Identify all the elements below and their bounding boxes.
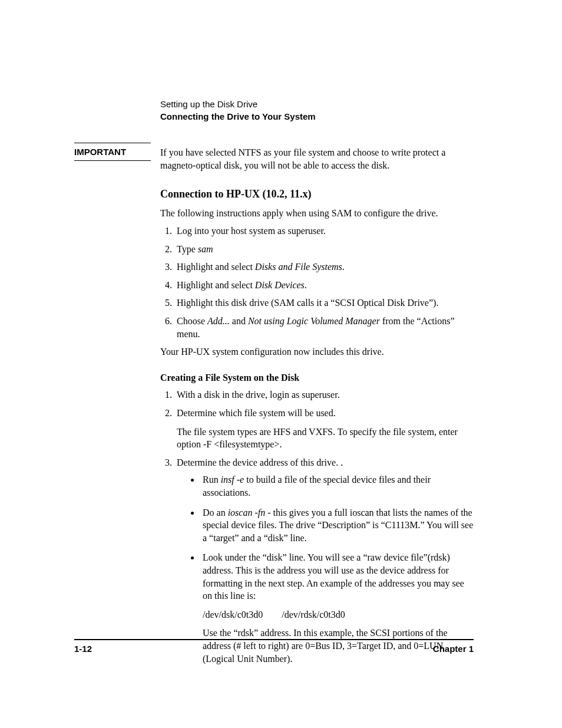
page: Setting up the Disk Drive Connecting the… [0, 0, 562, 665]
step-text: . [305, 280, 307, 290]
list-item: Type sam [174, 243, 474, 256]
step-text: . [342, 262, 345, 272]
emphasis: Disks and File Systems [255, 262, 342, 272]
intro-paragraph: The following instructions apply when us… [160, 207, 474, 220]
step-text: Type [177, 244, 198, 254]
important-text: If you have selected NTFS as your file s… [160, 143, 474, 172]
bullet-text: Run [203, 475, 221, 485]
emphasis: sam [198, 244, 213, 254]
list-item: Highlight this disk drive (SAM calls it … [174, 297, 474, 309]
running-header: Setting up the Disk Drive Connecting the… [160, 99, 474, 121]
heading-connection: Connection to HP-UX (10.2, 11.x) [160, 187, 474, 201]
emphasis: Not using Logic Volumed Manager [248, 316, 380, 326]
step-subtext: The file system types are HFS and VXFS. … [177, 426, 474, 451]
closing-paragraph: Your HP-UX system configuration now incl… [160, 345, 474, 358]
important-note: IMPORTANT If you have selected NTFS as y… [74, 143, 474, 172]
list-item: Log into your host system as superuser. [174, 225, 474, 238]
step-text: Determine which file system will be used… [177, 408, 336, 418]
important-label-cell: IMPORTANT [74, 143, 160, 161]
section-title: Connecting the Drive to Your System [160, 111, 474, 121]
step-text: Highlight and select [177, 280, 255, 290]
step-text: and [230, 316, 248, 326]
connection-steps: Log into your host system as superuser. … [160, 225, 474, 340]
step-text: With a disk in the drive, login as super… [177, 390, 340, 400]
list-item: With a disk in the drive, login as super… [174, 388, 474, 401]
emphasis: Add... [207, 316, 230, 326]
important-label: IMPORTANT [74, 143, 151, 161]
chapter-label: Chapter 1 [433, 644, 474, 654]
step-text: Determine the device address of this dri… [177, 457, 343, 467]
emphasis: Disk Devices [255, 280, 305, 290]
list-item: Highlight and select Disk Devices. [174, 279, 474, 292]
list-item: Do an ioscan -fn - this gives you a full… [200, 506, 474, 545]
emphasis: ioscan -fn [228, 508, 266, 518]
footer-rule: 1-12 Chapter 1 [74, 639, 474, 654]
list-item: Choose Add... and Not using Logic Volume… [174, 315, 474, 340]
body-content: Connection to HP-UX (10.2, 11.x) The fol… [160, 187, 474, 665]
bullet-text: Look under the “disk” line. You will see… [203, 552, 464, 601]
step-text: Highlight this disk drive (SAM calls it … [177, 298, 438, 308]
list-item: Highlight and select Disks and File Syst… [174, 261, 474, 274]
step-text: Choose [177, 316, 207, 326]
list-item: Run insf -e to build a file of the speci… [200, 473, 474, 499]
page-footer: 1-12 Chapter 1 [74, 618, 474, 654]
bullet-text: Do an [203, 508, 228, 518]
emphasis: insf -e [221, 475, 244, 485]
heading-creating-fs: Creating a File System on the Disk [160, 371, 474, 384]
chapter-title: Setting up the Disk Drive [160, 99, 474, 109]
list-item: Determine which file system will be used… [174, 407, 474, 451]
step-text: Log into your host system as superuser. [177, 226, 326, 236]
page-number: 1-12 [74, 644, 92, 654]
step-text: Highlight and select [177, 262, 255, 272]
